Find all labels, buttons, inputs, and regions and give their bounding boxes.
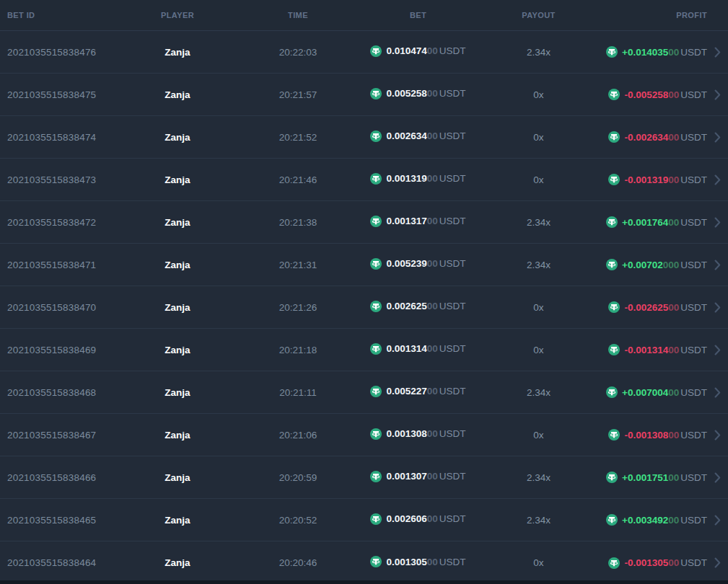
tether-usdt-icon (606, 259, 618, 270)
column-header-player: PLAYER (117, 11, 238, 19)
table-row[interactable]: 2021035515838476 Zanja 20:22:03 0.010474… (0, 31, 728, 74)
player-name: Zanja (117, 302, 238, 313)
player-name: Zanja (117, 174, 238, 185)
bet-id-value: 2021035515838464 (0, 557, 117, 568)
column-header-payout: PAYOUT (478, 11, 599, 19)
payout-multiplier: 2.34x (478, 260, 599, 270)
table-row[interactable]: 2021035515838464 Zanja 20:20:46 0.001305… (0, 541, 728, 580)
bet-id-value: 2021035515838469 (0, 345, 117, 355)
bet-time: 20:21:52 (238, 132, 358, 143)
table-row[interactable]: 2021035515838469 Zanja 20:21:18 0.001314… (0, 329, 728, 371)
player-name: Zanja (117, 345, 238, 355)
table-header-row: BET ID PLAYER TIME BET PAYOUT PROFIT (0, 0, 728, 31)
bet-amount-cell: 0.00260600USDT (358, 513, 478, 527)
tether-usdt-icon (606, 514, 618, 526)
profit-cell: +0.00349200USDT (599, 514, 707, 526)
bet-time: 20:20:52 (238, 515, 358, 526)
bet-id-value: 2021035515838472 (0, 217, 117, 228)
bet-amount: 0.00130700USDT (386, 471, 465, 482)
bet-id-value: 2021035515838474 (0, 132, 117, 143)
bet-id-value: 2021035515838466 (0, 472, 117, 483)
table-row[interactable]: 2021035515838473 Zanja 20:21:46 0.001319… (0, 159, 728, 201)
bet-id-value: 2021035515838476 (0, 47, 117, 58)
bet-time: 20:20:46 (238, 557, 358, 568)
profit-cell: -0.00131900USDT (599, 174, 707, 185)
chevron-right-icon[interactable] (714, 515, 721, 526)
tether-usdt-icon (370, 343, 382, 355)
table-row[interactable]: 2021035515838472 Zanja 20:21:38 0.001317… (0, 201, 728, 244)
table-row[interactable]: 2021035515838466 Zanja 20:20:59 0.001307… (0, 456, 728, 499)
profit-amount: -0.00263400USDT (624, 132, 707, 143)
profit-cell: +0.01403500USDT (599, 46, 707, 58)
bet-amount: 0.00262500USDT (386, 301, 465, 311)
profit-amount: -0.00131900USDT (624, 174, 707, 185)
profit-cell: -0.00262500USDT (599, 301, 707, 313)
payout-multiplier: 0x (478, 89, 599, 100)
bet-id-value: 2021035515838467 (0, 430, 117, 441)
tether-usdt-icon (370, 428, 382, 440)
chevron-right-icon[interactable] (714, 557, 721, 568)
table-row[interactable]: 2021035515838467 Zanja 20:21:06 0.001308… (0, 414, 728, 456)
profit-amount: -0.00262500USDT (624, 302, 707, 313)
chevron-right-icon[interactable] (714, 387, 721, 398)
tether-usdt-icon (370, 173, 382, 185)
chevron-right-icon[interactable] (714, 89, 721, 100)
table-row[interactable]: 2021035515838468 Zanja 20:21:11 0.005227… (0, 371, 728, 414)
profit-cell: +0.00175100USDT (599, 472, 707, 483)
chevron-right-icon[interactable] (714, 430, 721, 441)
bet-time: 20:21:46 (238, 174, 358, 185)
payout-multiplier: 2.34x (478, 387, 599, 398)
tether-usdt-icon (370, 471, 382, 482)
table-row[interactable]: 2021035515838470 Zanja 20:21:26 0.002625… (0, 286, 728, 329)
profit-amount: -0.00130800USDT (624, 430, 707, 441)
bet-id-value: 2021035515838475 (0, 89, 117, 100)
profit-cell: -0.00130800USDT (599, 429, 707, 441)
player-name: Zanja (117, 387, 238, 398)
bet-amount: 0.00130800USDT (386, 428, 465, 439)
bet-amount-cell: 0.00523900USDT (358, 258, 478, 272)
payout-multiplier: 0x (478, 430, 599, 441)
bet-time: 20:21:31 (238, 260, 358, 270)
table-row[interactable]: 2021035515838471 Zanja 20:21:31 0.005239… (0, 244, 728, 286)
bet-id-value: 2021035515838468 (0, 387, 117, 398)
tether-usdt-icon (370, 301, 382, 312)
chevron-right-icon[interactable] (714, 472, 721, 483)
bet-amount: 0.00131400USDT (386, 343, 465, 354)
bet-amount: 0.00525800USDT (386, 88, 465, 99)
bet-history-table: BET ID PLAYER TIME BET PAYOUT PROFIT 202… (0, 0, 728, 580)
bet-amount-cell: 0.00131700USDT (358, 216, 478, 229)
player-name: Zanja (117, 472, 238, 483)
table-row[interactable]: 2021035515838475 Zanja 20:21:57 0.005258… (0, 74, 728, 116)
table-row[interactable]: 2021035515838465 Zanja 20:20:52 0.002606… (0, 499, 728, 541)
profit-amount: -0.00131400USDT (624, 345, 707, 355)
bet-time: 20:21:57 (238, 89, 358, 100)
chevron-right-icon[interactable] (714, 132, 721, 143)
bet-amount-cell: 0.01047400USDT (358, 45, 478, 59)
tether-usdt-icon (608, 301, 620, 313)
tether-usdt-icon (370, 45, 382, 57)
profit-amount: +0.00176400USDT (622, 217, 707, 228)
chevron-right-icon[interactable] (714, 302, 721, 313)
profit-amount: +0.00349200USDT (622, 515, 707, 526)
profit-amount: +0.00700400USDT (622, 387, 707, 398)
chevron-right-icon[interactable] (714, 47, 721, 58)
bet-time: 20:20:59 (238, 472, 358, 483)
bet-amount: 0.00522700USDT (386, 386, 465, 397)
bet-amount: 0.00131900USDT (386, 173, 465, 184)
bet-id-value: 2021035515838470 (0, 302, 117, 313)
profit-amount: -0.00525800USDT (624, 89, 707, 100)
chevron-right-icon[interactable] (714, 260, 721, 270)
bet-amount-cell: 0.00130800USDT (358, 428, 478, 442)
table-row[interactable]: 2021035515838474 Zanja 20:21:52 0.002634… (0, 116, 728, 159)
player-name: Zanja (117, 430, 238, 441)
player-name: Zanja (117, 89, 238, 100)
chevron-right-icon[interactable] (714, 174, 721, 185)
tether-usdt-icon (370, 130, 382, 142)
profit-cell: -0.00263400USDT (599, 131, 707, 143)
chevron-right-icon[interactable] (714, 345, 721, 355)
column-header-bet-id: BET ID (0, 11, 117, 19)
chevron-right-icon[interactable] (714, 217, 721, 228)
payout-multiplier: 2.34x (478, 472, 599, 483)
bet-id-value: 2021035515838473 (0, 174, 117, 185)
bet-amount-cell: 0.00522700USDT (358, 386, 478, 399)
